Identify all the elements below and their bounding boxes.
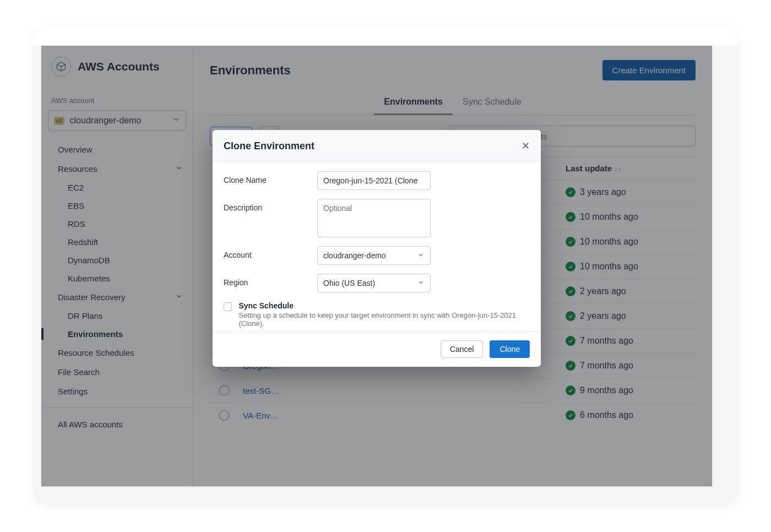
account-select[interactable]: cloudranger-demo xyxy=(317,246,431,265)
chevron-down-icon xyxy=(417,279,425,288)
sync-description: Setting up a schedule to keep your targe… xyxy=(238,311,530,328)
label-account: Account xyxy=(224,246,317,259)
label-region: Region xyxy=(224,274,317,287)
modal-close-button[interactable]: ✕ xyxy=(522,140,530,152)
region-select[interactable]: Ohio (US East) xyxy=(317,274,431,292)
sync-title: Sync Schedule xyxy=(238,301,530,310)
description-input[interactable] xyxy=(317,199,431,237)
modal-title: Clone Environment xyxy=(224,140,314,152)
label-clone-name: Clone Name xyxy=(224,171,317,184)
chevron-down-icon xyxy=(417,251,425,260)
close-icon: ✕ xyxy=(522,140,530,151)
sync-schedule-checkbox[interactable] xyxy=(224,302,232,311)
clone-name-input[interactable] xyxy=(317,171,431,190)
cancel-button[interactable]: Cancel xyxy=(441,340,484,358)
clone-environment-modal: Clone Environment ✕ Clone Name Descripti… xyxy=(213,130,541,367)
label-description: Description xyxy=(224,199,317,212)
clone-confirm-button[interactable]: Clone xyxy=(490,340,530,358)
